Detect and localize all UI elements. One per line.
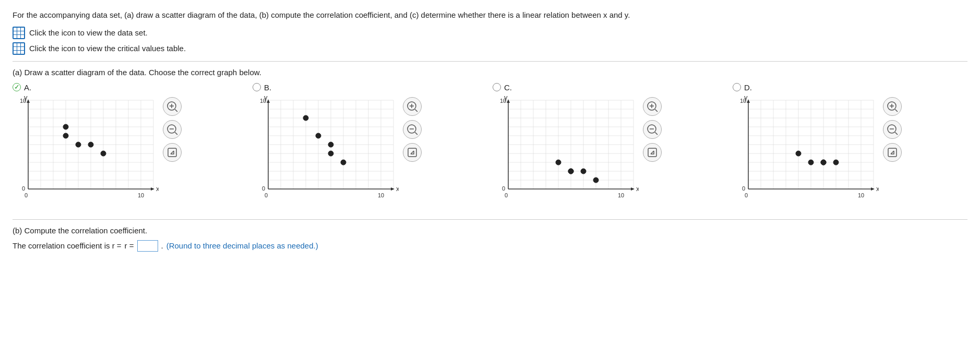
option-B-header: B. [253, 83, 271, 92]
graph-area-A: x y 0 10 0 10 [13, 95, 182, 210]
main-question-text: For the accompanying data set, (a) draw … [13, 9, 967, 21]
divider-2 [13, 219, 967, 220]
svg-line-43 [175, 132, 178, 135]
divider-1 [13, 61, 967, 62]
svg-text:x: x [396, 185, 399, 193]
svg-point-32 [63, 124, 68, 129]
svg-line-183 [891, 151, 894, 154]
svg-point-82 [341, 160, 346, 165]
zoom-out-D[interactable] [883, 120, 902, 139]
zoom-out-A[interactable] [163, 120, 182, 139]
svg-text:10: 10 [378, 192, 384, 198]
radio-C[interactable] [493, 83, 501, 91]
svg-line-45 [171, 151, 174, 154]
svg-text:10: 10 [20, 98, 26, 104]
correlation-row: The correlation coefficient is r = r = .… [13, 240, 967, 252]
svg-text:10: 10 [500, 98, 506, 104]
svg-line-181 [895, 132, 898, 135]
expand-A[interactable] [163, 143, 182, 162]
svg-point-33 [63, 133, 68, 138]
expand-B[interactable] [403, 143, 422, 162]
svg-marker-70 [391, 187, 395, 191]
zoom-controls-C [643, 97, 662, 162]
svg-text:0: 0 [22, 185, 25, 192]
radio-A[interactable] [13, 83, 21, 91]
svg-line-178 [895, 109, 898, 112]
zoom-in-C[interactable] [643, 97, 662, 116]
svg-text:10: 10 [740, 98, 746, 104]
critical-values-icon[interactable] [13, 42, 25, 55]
svg-text:x: x [636, 185, 639, 193]
chart-D: x y 0 10 0 10 [733, 95, 879, 210]
svg-point-171 [808, 160, 814, 165]
critical-values-text: Click the icon to view the critical valu… [29, 44, 186, 53]
svg-text:10: 10 [138, 192, 144, 198]
correlation-hint: (Round to three decimal places as needed… [166, 241, 318, 250]
radio-B[interactable] [253, 83, 261, 91]
svg-text:0: 0 [745, 192, 748, 198]
svg-point-34 [76, 142, 81, 147]
radio-D[interactable] [733, 83, 741, 91]
graph-option-D: D. [733, 83, 973, 210]
expand-D[interactable] [883, 143, 902, 162]
part-a-label: (a) Draw a scatter diagram of the data. … [13, 68, 967, 77]
option-D-label: D. [744, 83, 752, 92]
data-set-row: Click the icon to view the data set. [13, 27, 967, 39]
option-A-label: A. [24, 83, 31, 92]
part-b-label: (b) Compute the correlation coefficient. [13, 226, 967, 235]
svg-line-135 [655, 132, 658, 135]
svg-text:0: 0 [502, 185, 505, 192]
graph-option-A: A. [13, 83, 253, 210]
svg-point-78 [303, 115, 308, 121]
chart-svg-D: x y 0 10 0 10 [733, 95, 879, 210]
svg-marker-24 [151, 187, 154, 191]
option-C-header: C. [493, 83, 512, 92]
svg-text:0: 0 [25, 192, 28, 198]
svg-point-170 [796, 151, 801, 156]
svg-marker-162 [871, 187, 875, 191]
zoom-in-B[interactable] [403, 97, 422, 116]
chart-svg-B: x y 0 10 0 10 [253, 95, 399, 210]
correlation-period: . [161, 241, 163, 250]
graph-area-D: x y 0 10 0 10 [733, 95, 902, 210]
chart-A: x y 0 10 0 10 [13, 95, 159, 210]
svg-point-173 [821, 160, 826, 165]
svg-point-126 [568, 169, 573, 174]
question-container: For the accompanying data set, (a) draw … [13, 9, 967, 252]
svg-text:10: 10 [618, 192, 624, 198]
data-set-icon[interactable] [13, 27, 25, 39]
part-b-section: (b) Compute the correlation coefficient.… [13, 226, 967, 252]
chart-C: x y 0 10 0 10 [493, 95, 639, 210]
svg-line-40 [175, 109, 178, 112]
chart-svg-C: x y 0 10 0 10 [493, 95, 639, 210]
expand-C[interactable] [643, 143, 662, 162]
graph-area-C: x y 0 10 0 10 [493, 95, 662, 210]
svg-text:10: 10 [260, 98, 266, 104]
svg-point-127 [581, 169, 586, 174]
data-set-text: Click the icon to view the data set. [29, 28, 148, 37]
graph-area-B: x y 0 10 0 10 [253, 95, 422, 210]
svg-point-174 [833, 160, 839, 165]
zoom-out-C[interactable] [643, 120, 662, 139]
option-A-header: A. [13, 83, 31, 92]
svg-text:0: 0 [742, 185, 745, 192]
svg-line-91 [411, 151, 414, 154]
svg-line-137 [651, 151, 654, 154]
svg-point-35 [88, 142, 93, 147]
correlation-input[interactable] [137, 240, 158, 252]
zoom-controls-D [883, 97, 902, 162]
svg-line-132 [655, 109, 658, 112]
svg-text:0: 0 [505, 192, 508, 198]
zoom-in-A[interactable] [163, 97, 182, 116]
chart-svg-A: x y 0 10 0 10 [13, 95, 159, 210]
option-D-header: D. [733, 83, 752, 92]
r-equals: r = [125, 241, 134, 250]
svg-marker-116 [631, 187, 635, 191]
svg-point-80 [328, 142, 333, 147]
zoom-in-D[interactable] [883, 97, 902, 116]
zoom-out-B[interactable] [403, 120, 422, 139]
svg-point-79 [316, 133, 321, 138]
svg-point-128 [593, 178, 599, 183]
svg-point-81 [328, 151, 333, 156]
svg-line-86 [415, 109, 418, 112]
